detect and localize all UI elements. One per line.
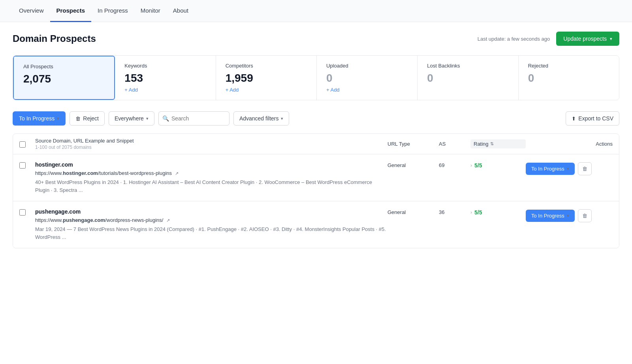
col-header-rating-wrapper: Rating ⇅ [470, 139, 526, 148]
row-checkbox-1[interactable] [19, 209, 26, 216]
external-link-icon-1[interactable]: ↗ [166, 218, 170, 223]
rating-value-0: 5/5 [474, 162, 482, 169]
row-as-0: 69 [439, 161, 470, 168]
row-url-type-1: General [387, 208, 439, 215]
domain-url-bold-0: hostinger.com [63, 170, 98, 176]
rating-cell-0: › 5/5 [470, 161, 526, 169]
table-wrapper: Source Domain, URL Example and Snippet 1… [13, 133, 619, 248]
row-checkbox-col-0 [19, 161, 35, 169]
tab-overview[interactable]: Overview [13, 0, 50, 22]
row-checkbox-0[interactable] [19, 162, 26, 169]
last-update-text: Last update: a few seconds ago [478, 36, 550, 42]
tab-about[interactable]: About [167, 0, 195, 22]
to-in-progress-button[interactable]: To In Progress ▾ [13, 111, 66, 126]
sort-icon: ⇅ [490, 141, 494, 146]
stat-value-2: 1,959 [226, 72, 307, 84]
stat-label-0: All Prospects [23, 64, 105, 69]
external-link-icon-0[interactable]: ↗ [175, 171, 179, 176]
actions-cell-1: To In Progress ▾ 🗑 [526, 208, 613, 222]
export-label: Export to CSV [578, 115, 613, 122]
stat-value-0: 2,075 [23, 73, 105, 85]
to-in-progress-row-button-1[interactable]: To In Progress ▾ [526, 210, 575, 222]
stat-card-lost-backlinks[interactable]: Lost Backlinks 0 [418, 56, 518, 100]
row-url-type-0: General [387, 161, 439, 168]
update-btn-label: Update prospects [563, 36, 607, 42]
stat-value-4: 0 [427, 72, 508, 84]
stats-row: All Prospects 2,075 Keywords 153 + Add C… [13, 55, 619, 100]
row-source-0: hostinger.com https://www.hostinger.com/… [35, 161, 387, 194]
stat-label-2: Competitors [226, 63, 307, 69]
search-wrapper: 🔍 [158, 111, 229, 126]
rating-expand-icon-1[interactable]: › [470, 210, 472, 215]
header-right: Last update: a few seconds ago Update pr… [478, 32, 619, 46]
col-header-source-sub: 1-100 out of 2075 domains [35, 144, 387, 150]
stat-value-1: 153 [124, 72, 206, 84]
page-content: Domain Prospects Last update: a few seco… [0, 22, 632, 258]
delete-icon-0: 🗑 [582, 166, 587, 172]
top-nav: Overview Prospects In Progress Monitor A… [0, 0, 632, 22]
tab-in-progress[interactable]: In Progress [91, 0, 134, 22]
to-in-progress-row-button-0[interactable]: To In Progress ▾ [526, 163, 575, 175]
col-header-as: AS [439, 141, 470, 147]
stat-label-1: Keywords [124, 63, 206, 69]
toolbar-right: ⬆ Export to CSV [566, 111, 619, 126]
stat-label-5: Rejected [528, 63, 609, 69]
rating-expand-icon-0[interactable]: › [470, 163, 472, 168]
delete-row-button-1[interactable]: 🗑 [578, 209, 592, 222]
stat-add-competitors[interactable]: + Add [226, 87, 307, 93]
chevron-down-icon: ▾ [567, 213, 569, 218]
advanced-filters-label: Advanced filters [239, 115, 279, 122]
table-row: hostinger.com https://www.hostinger.com/… [13, 154, 619, 201]
domain-url-0: https://www.hostinger.com/tutorials/best… [35, 170, 387, 176]
domain-snippet-1: Mar 19, 2024 — 7 Best WordPress News Plu… [35, 225, 387, 241]
row-source-1: pushengage.com https://www.pushengage.co… [35, 208, 387, 241]
stat-card-uploaded[interactable]: Uploaded 0 + Add [317, 56, 418, 100]
export-csv-button[interactable]: ⬆ Export to CSV [566, 111, 619, 126]
app-container: Overview Prospects In Progress Monitor A… [0, 0, 632, 364]
update-prospects-button[interactable]: Update prospects ▾ [556, 32, 619, 46]
stat-add-uploaded[interactable]: + Add [326, 87, 408, 93]
stat-card-keywords[interactable]: Keywords 153 + Add [115, 56, 216, 100]
row-action-label-1: To In Progress [531, 213, 564, 219]
table-row: pushengage.com https://www.pushengage.co… [13, 201, 619, 248]
col-header-rating[interactable]: Rating ⇅ [470, 139, 526, 148]
chevron-down-icon: ▾ [567, 166, 569, 171]
col-header-url-type: URL Type [387, 141, 439, 147]
rating-header-label: Rating [474, 141, 489, 147]
tab-monitor[interactable]: Monitor [134, 0, 167, 22]
export-icon: ⬆ [572, 116, 576, 122]
chevron-down-icon: ▾ [57, 116, 59, 121]
stat-label-3: Uploaded [326, 63, 408, 69]
header-checkbox-col [19, 141, 35, 148]
toolbar: To In Progress ▾ 🗑 Reject Everywhere ▾ 🔍… [13, 111, 619, 126]
delete-row-button-0[interactable]: 🗑 [578, 162, 592, 175]
tab-prospects[interactable]: Prospects [50, 0, 92, 22]
reject-button[interactable]: 🗑 Reject [70, 111, 105, 126]
stat-value-3: 0 [326, 72, 408, 84]
search-icon: 🔍 [162, 115, 169, 122]
stat-add-keywords[interactable]: + Add [124, 87, 206, 93]
stat-card-rejected[interactable]: Rejected 0 [519, 56, 619, 100]
stat-value-5: 0 [528, 72, 609, 84]
rating-value-1: 5/5 [474, 209, 482, 216]
delete-icon-1: 🗑 [582, 213, 587, 219]
chevron-down-icon: ▾ [281, 116, 283, 121]
domain-url-bold-1: pushengage.com [63, 217, 105, 223]
select-all-checkbox[interactable] [19, 141, 26, 148]
stat-label-4: Lost Backlinks [427, 63, 508, 69]
domain-url-1: https://www.pushengage.com/wordpress-new… [35, 217, 387, 223]
actions-cell-0: To In Progress ▾ 🗑 [526, 161, 613, 175]
chevron-down-icon: ▾ [146, 116, 149, 121]
advanced-filters-dropdown[interactable]: Advanced filters ▾ [233, 111, 290, 126]
everywhere-label: Everywhere [115, 115, 144, 122]
col-header-source-label: Source Domain, URL Example and Snippet [35, 138, 387, 144]
table-header-row: Source Domain, URL Example and Snippet 1… [13, 134, 619, 154]
page-header: Domain Prospects Last update: a few seco… [13, 32, 619, 46]
stat-card-all-prospects[interactable]: All Prospects 2,075 [13, 56, 115, 100]
col-header-source: Source Domain, URL Example and Snippet 1… [35, 138, 387, 150]
reject-label: Reject [83, 115, 99, 122]
col-header-actions: Actions [526, 141, 613, 147]
domain-name-0: hostinger.com [35, 161, 387, 168]
everywhere-dropdown[interactable]: Everywhere ▾ [109, 111, 154, 126]
stat-card-competitors[interactable]: Competitors 1,959 + Add [216, 56, 317, 100]
